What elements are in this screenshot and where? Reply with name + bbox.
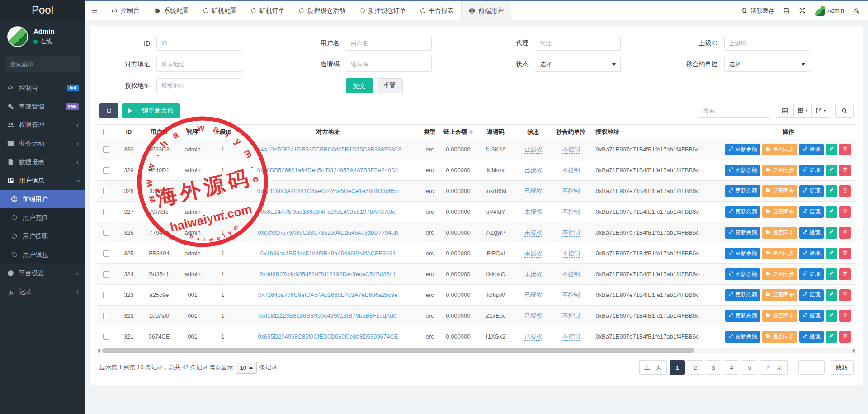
status-link[interactable]: 已授权 xyxy=(524,333,542,341)
search-toggle-button[interactable] xyxy=(835,104,854,118)
toggle-view-button[interactable] xyxy=(776,104,794,118)
delete-button[interactable] xyxy=(839,248,851,259)
update-all-balances-button[interactable]: 一键更新余额 xyxy=(122,103,180,118)
update-balance-button[interactable]: 更新余额 xyxy=(725,310,760,322)
sidebar-item-1[interactable]: 常规管理new xyxy=(0,97,85,116)
sync-button[interactable]: 是否同步 xyxy=(762,289,797,301)
delete-button[interactable] xyxy=(839,144,851,155)
sidebar-toggle-icon[interactable]: ≡ xyxy=(85,1,104,20)
status-link[interactable]: 已授权 xyxy=(524,188,542,195)
withdraw-button[interactable]: 提现 xyxy=(799,268,824,280)
prev-page-button[interactable]: 上一页 xyxy=(639,360,667,375)
export-button[interactable] xyxy=(812,104,830,118)
delete-button[interactable] xyxy=(839,310,851,322)
submit-button[interactable]: 提交 xyxy=(346,78,373,93)
sync-button[interactable]: 是否同步 xyxy=(762,227,797,239)
docs-icon[interactable] xyxy=(783,7,790,14)
contract-control-link[interactable]: 不控制 xyxy=(562,250,580,258)
row-checkbox[interactable] xyxy=(103,313,109,319)
sync-button[interactable]: 是否同步 xyxy=(762,185,797,197)
gears-icon[interactable] xyxy=(853,7,860,14)
jump-page-input[interactable] xyxy=(798,360,825,375)
status-link[interactable]: 未授权 xyxy=(524,271,542,278)
update-balance-button[interactable]: 更新余额 xyxy=(725,185,760,197)
sidebar-item-8[interactable]: 用户提现 xyxy=(0,227,85,245)
filter-invite-code-input[interactable] xyxy=(346,57,432,72)
contract-control-link[interactable]: 不控制 xyxy=(562,208,580,216)
scroll-left-icon[interactable] xyxy=(98,349,100,353)
tab-5[interactable]: 质押锁仓订单 xyxy=(353,1,413,20)
status-link[interactable]: 已授权 xyxy=(524,146,542,154)
next-page-button[interactable]: 下一页 xyxy=(760,360,788,375)
sidebar-item-2[interactable]: 权限管理‹ xyxy=(0,116,85,134)
scrollbar-thumb[interactable] xyxy=(102,348,694,353)
update-balance-button[interactable]: 更新余额 xyxy=(725,144,760,155)
withdraw-button[interactable]: 提现 xyxy=(799,227,824,239)
fullscreen-icon[interactable] xyxy=(799,7,806,14)
delete-button[interactable] xyxy=(839,227,851,239)
contract-control-link[interactable]: 不控制 xyxy=(562,333,580,341)
withdraw-button[interactable]: 提现 xyxy=(799,248,824,259)
sidebar-item-10[interactable]: 平台设置‹ xyxy=(0,264,85,282)
delete-button[interactable] xyxy=(839,331,851,343)
refresh-button[interactable] xyxy=(99,103,118,118)
status-link[interactable]: 未授权 xyxy=(524,208,542,216)
contract-control-link[interactable]: 不控制 xyxy=(562,167,580,174)
delete-button[interactable] xyxy=(839,206,851,218)
table-search-input[interactable] xyxy=(698,104,770,118)
horizontal-scrollbar[interactable] xyxy=(97,348,856,353)
menu-search-input[interactable] xyxy=(10,61,90,68)
sidebar-item-9[interactable]: 用户钱包 xyxy=(0,245,85,264)
tab-2[interactable]: 矿机配置 xyxy=(196,1,244,20)
row-checkbox[interactable] xyxy=(103,167,109,174)
address-link[interactable]: 0x98DB526621a64Dec5cfD324857A487B3FBe240… xyxy=(257,167,399,174)
row-checkbox[interactable] xyxy=(103,188,109,194)
contract-control-link[interactable]: 不控制 xyxy=(562,146,580,154)
withdraw-button[interactable]: 提现 xyxy=(799,331,824,343)
contract-control-link[interactable]: 不控制 xyxy=(562,271,580,278)
status-link[interactable]: 未授权 xyxy=(524,229,542,237)
edit-button[interactable] xyxy=(826,227,837,239)
columns-button[interactable] xyxy=(794,104,812,118)
page-button-4[interactable]: 4 xyxy=(724,360,739,375)
filter-auth-address-input[interactable] xyxy=(156,78,242,93)
withdraw-button[interactable]: 提现 xyxy=(799,310,824,322)
status-link[interactable]: 已授权 xyxy=(524,292,542,299)
contract-control-link[interactable]: 不控制 xyxy=(562,292,580,299)
row-checkbox[interactable] xyxy=(103,230,109,236)
admin-menu[interactable]: Admin xyxy=(815,6,844,16)
delete-button[interactable] xyxy=(839,268,851,280)
delete-button[interactable] xyxy=(839,185,851,197)
row-checkbox[interactable] xyxy=(103,292,109,298)
sidebar-item-5[interactable]: 用户信息‹ xyxy=(0,171,85,190)
filter-contract-control-select[interactable]: 选择 xyxy=(724,57,810,72)
address-link[interactable]: 0x6E14A75f9ad166e8f4FcDfdE493581978AA378… xyxy=(261,208,395,215)
edit-button[interactable] xyxy=(826,248,837,259)
clear-cache-button[interactable]: 清除缓存 xyxy=(741,7,774,15)
row-checkbox[interactable] xyxy=(103,250,109,257)
sync-button[interactable]: 是否同步 xyxy=(762,331,797,343)
tab-1[interactable]: 系统配置 xyxy=(147,1,196,20)
sort-icon[interactable] xyxy=(469,130,473,134)
update-balance-button[interactable]: 更新余额 xyxy=(725,206,760,218)
withdraw-button[interactable]: 提现 xyxy=(799,206,824,218)
status-link[interactable]: 已授权 xyxy=(524,167,542,174)
tab-6[interactable]: 平台报表 xyxy=(413,1,461,20)
contract-control-link[interactable]: 不控制 xyxy=(562,229,580,237)
edit-button[interactable] xyxy=(826,144,837,155)
select-all-checkbox[interactable] xyxy=(103,129,109,135)
filter-username-input[interactable] xyxy=(346,36,432,51)
filter-parent-id-input[interactable] xyxy=(724,36,810,51)
delete-button[interactable] xyxy=(839,165,851,176)
update-balance-button[interactable]: 更新余额 xyxy=(725,248,760,259)
contract-control-link[interactable]: 不控制 xyxy=(562,188,580,195)
row-checkbox[interactable] xyxy=(103,146,109,153)
sidebar-item-11[interactable]: 记录‹ xyxy=(0,282,85,301)
page-button-3[interactable]: 3 xyxy=(706,360,721,375)
scroll-right-icon[interactable] xyxy=(853,349,855,353)
update-balance-button[interactable]: 更新余额 xyxy=(725,331,760,343)
sync-button[interactable]: 是否同步 xyxy=(762,144,797,155)
tab-7[interactable]: 前端用户 xyxy=(461,1,511,20)
address-link[interactable]: 0xc3febA679A89C38C7362594Da646473d0D7794… xyxy=(258,229,398,236)
address-link[interactable]: 0xf1811123E8136BB950e439013fB70baB8F1edA… xyxy=(259,312,396,319)
